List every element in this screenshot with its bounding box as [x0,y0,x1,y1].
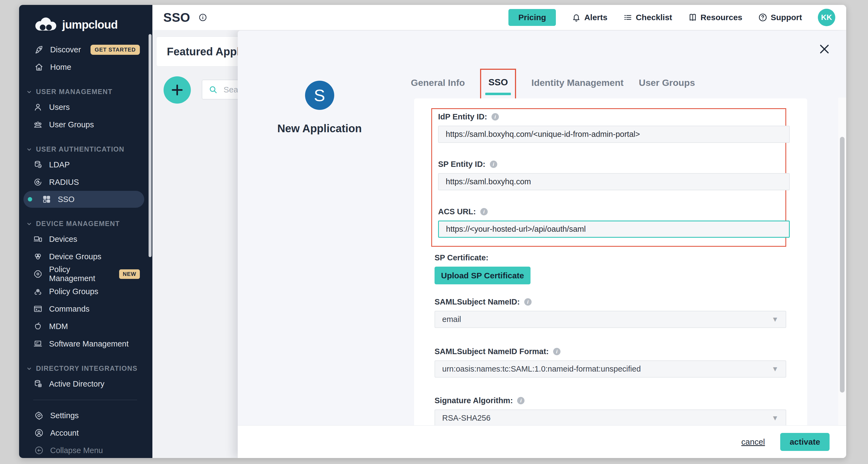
activate-button[interactable]: activate [780,433,830,451]
resources-label: Resources [701,13,742,22]
info-icon[interactable]: i [490,161,497,168]
modal-scrollbar-track[interactable] [838,98,846,425]
sidebar-item-label: Commands [49,305,89,313]
chevron-down-icon [26,146,33,153]
sidebar-item-home[interactable]: Home [19,58,152,76]
sidebar-item-users[interactable]: Users [19,98,152,116]
new-application-modal: S New Application General Info SSO Ident… [238,31,846,458]
sidebar-item-discover[interactable]: Discover GET STARTED [19,41,152,58]
upload-sp-certificate-button[interactable]: Upload SP Certificate [435,267,530,284]
tab-general-info[interactable]: General Info [411,69,465,88]
sp-entity-id-group: SP Entity ID: i [438,160,774,190]
support-button[interactable]: Support [758,13,802,22]
section-header-directory-integrations[interactable]: DIRECTORY INTEGRATIONS [19,365,152,372]
tab-sso[interactable]: SSO [480,69,516,99]
alerts-label: Alerts [584,13,608,22]
sidebar-item-label: Device Groups [49,252,101,261]
info-icon[interactable]: i [524,298,532,306]
sidebar-section-device-management: DEVICE MANAGEMENT Devices Device Groups … [19,220,152,352]
signature-algorithm-select[interactable]: RSA-SHA256 ▼ [435,409,786,425]
idp-entity-id-label: IdP Entity ID: [438,112,487,121]
tab-user-groups[interactable]: User Groups [639,69,695,88]
sidebar-item-devices[interactable]: Devices [19,230,152,248]
section-title: USER AUTHENTICATION [36,145,124,153]
alerts-button[interactable]: Alerts [572,13,608,22]
sidebar-item-sso[interactable]: SSO [24,191,144,208]
sidebar-item-policy-groups[interactable]: Policy Groups [19,283,152,300]
active-indicator-dot [28,197,32,202]
sidebar-section-user-management: USER MANAGEMENT Users User Groups [19,88,152,133]
cancel-button[interactable]: cancel [741,437,765,446]
sidebar-item-label: Account [50,429,79,438]
section-header-device-management[interactable]: DEVICE MANAGEMENT [19,220,152,228]
policy-management-icon [33,269,42,279]
sidebar-item-ldap[interactable]: LDAP [19,156,152,174]
idp-entity-id-input[interactable] [438,126,790,143]
jumpcloud-logo[interactable]: jumpcloud [19,5,152,41]
sidebar-item-mdm[interactable]: MDM [19,318,152,335]
saml-subject-nameid-select[interactable]: email ▼ [435,311,786,328]
sidebar-item-label: Policy Groups [49,287,98,296]
add-application-button[interactable] [163,76,191,103]
pricing-button[interactable]: Pricing [508,9,556,26]
sp-certificate-label: SP Certificate: [435,253,489,262]
sidebar-item-commands[interactable]: Commands [19,300,152,318]
sidebar-item-label: MDM [49,322,68,331]
software-management-icon [33,339,42,348]
sidebar-item-label: Policy Management [49,265,113,283]
modal-scrollbar-thumb[interactable] [840,137,844,393]
section-title: DEVICE MANAGEMENT [36,220,120,228]
sidebar-item-user-groups[interactable]: User Groups [19,116,152,133]
support-help-icon [758,13,767,22]
sidebar-item-collapse-menu[interactable]: Collapse Menu [19,442,152,458]
info-icon[interactable]: i [480,208,488,215]
sidebar-item-settings[interactable]: Settings [19,407,152,424]
sidebar-item-policy-management[interactable]: Policy Management NEW [19,265,152,283]
sidebar-item-radius[interactable]: RADIUS [19,174,152,191]
sidebar-item-label: Home [50,63,71,72]
sp-entity-id-input[interactable] [438,173,790,190]
sidebar-item-software-management[interactable]: Software Management [19,335,152,352]
resources-book-icon [688,13,698,22]
chevron-down-icon [26,365,33,372]
sidebar-scrollbar-thumb[interactable] [149,34,152,257]
content-area: Featured Applications S New Application [152,30,846,458]
close-icon[interactable] [818,43,830,55]
saml-subject-nameid-format-select[interactable]: urn:oasis:names:tc:SAML:1.0:nameid-forma… [435,361,786,378]
info-icon[interactable] [198,13,207,22]
page-title: SSO [163,10,190,25]
active-directory-icon [33,379,42,389]
sidebar-item-label: RADIUS [49,178,79,187]
acs-url-input[interactable] [438,221,790,238]
sidebar-section-directory-integrations: DIRECTORY INTEGRATIONS Active Directory [19,365,152,393]
info-icon[interactable]: i [517,397,525,404]
saml-subject-nameid-label: SAMLSubject NameID: [435,298,520,306]
section-header-user-management[interactable]: USER MANAGEMENT [19,88,152,96]
info-icon[interactable]: i [492,113,499,121]
dropdown-arrow-icon: ▼ [772,315,779,323]
saml-subject-nameid-format-label: SAMLSubject NameID Format: [435,347,549,356]
section-header-user-authentication[interactable]: USER AUTHENTICATION [19,145,152,153]
checklist-label: Checklist [636,13,672,22]
info-icon[interactable]: i [553,348,560,355]
user-avatar[interactable]: KK [818,9,835,26]
sidebar-item-device-groups[interactable]: Device Groups [19,248,152,265]
user-group-icon [33,120,42,129]
top-header: SSO Pricing Alerts Checklist Resources [152,5,846,30]
select-value: email [442,315,461,324]
sidebar-item-active-directory[interactable]: Active Directory [19,375,152,393]
search-icon [208,85,218,95]
acs-url-group: ACS URL: i [438,207,774,238]
topbar-right: Pricing Alerts Checklist Resources Suppo… [508,9,835,26]
devices-icon [33,235,42,244]
tab-identity-management[interactable]: Identity Management [531,69,623,88]
sidebar-item-account[interactable]: Account [19,424,152,442]
sidebar-item-label: Discover [50,45,81,54]
checklist-button[interactable]: Checklist [623,13,672,22]
sidebar-divider [33,400,137,400]
sidebar-item-label: Active Directory [49,379,104,389]
sidebar-item-label: User Groups [49,120,94,129]
resources-button[interactable]: Resources [688,13,742,22]
ldap-database-icon [33,160,42,169]
modal-app-summary: S New Application [238,31,401,135]
